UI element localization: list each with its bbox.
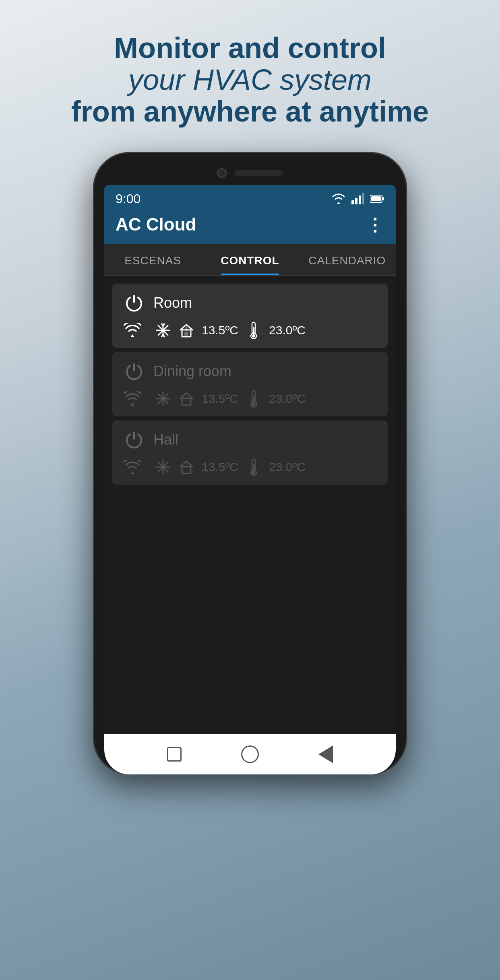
nav-recents-button[interactable] xyxy=(162,742,186,766)
indoor-temp-room: 13.5ºC xyxy=(202,323,238,337)
home-icon-hall xyxy=(178,459,194,475)
svg-point-39 xyxy=(252,471,255,474)
thermometer-icon-room xyxy=(246,322,262,338)
status-bar: 9:00 xyxy=(104,185,396,210)
svg-rect-3 xyxy=(362,193,364,204)
room-card-hall[interactable]: Hall xyxy=(112,420,388,485)
thermometer-icon-hall xyxy=(246,459,262,475)
room-bottom-dining: 13.5ºC 23.0ºC xyxy=(124,390,376,408)
nav-home-button[interactable] xyxy=(238,742,262,766)
front-camera xyxy=(217,168,227,178)
outdoor-temp-room: 23.0ºC xyxy=(269,323,306,337)
room-stats-room: 13.5ºC 23.0ºC xyxy=(155,322,306,338)
room-top-hall: Hall xyxy=(124,429,376,450)
status-time: 9:00 xyxy=(116,191,140,206)
battery-status-icon xyxy=(370,194,384,204)
phone-notch xyxy=(104,163,396,185)
room-name-dining: Dining room xyxy=(153,363,231,380)
menu-button[interactable]: ⋮ xyxy=(366,214,384,235)
svg-rect-1 xyxy=(355,198,357,204)
room-card-dining[interactable]: Dining room xyxy=(112,352,388,416)
power-icon-dining[interactable] xyxy=(124,361,145,382)
room-stats-dining: 13.5ºC 23.0ºC xyxy=(155,391,306,407)
snowflake-icon-room xyxy=(155,322,171,338)
nav-back-icon xyxy=(318,745,333,763)
home-icon-dining xyxy=(178,391,194,407)
signal-status-icon xyxy=(351,193,364,204)
wifi-icon-room xyxy=(124,321,141,339)
phone-nav-bar xyxy=(104,734,396,774)
wifi-status-icon xyxy=(331,193,346,204)
svg-point-30 xyxy=(252,403,255,406)
tab-escenas[interactable]: ESCENAS xyxy=(104,244,201,275)
phone-shell: 9:00 xyxy=(93,152,407,774)
svg-rect-35 xyxy=(182,467,191,474)
indoor-temp-dining: 13.5ºC xyxy=(202,392,238,406)
app-title: AC Cloud xyxy=(116,214,196,235)
room-name-hall: Hall xyxy=(153,431,178,448)
tab-control[interactable]: CONTROL xyxy=(201,244,298,275)
outdoor-temp-dining: 23.0ºC xyxy=(269,392,306,406)
wifi-icon-hall xyxy=(124,458,141,476)
tab-bar: ESCENAS CONTROL CALENDARIO xyxy=(104,244,396,276)
svg-point-21 xyxy=(252,334,255,338)
indoor-temp-hall: 13.5ºC xyxy=(202,460,238,474)
nav-back-button[interactable] xyxy=(314,742,338,766)
app-header: AC Cloud ⋮ xyxy=(104,210,396,244)
nav-recents-icon xyxy=(167,747,182,762)
outdoor-temp-hall: 23.0ºC xyxy=(269,460,306,474)
svg-rect-0 xyxy=(351,200,354,204)
marketing-header: Monitor and control your HVAC system fro… xyxy=(0,0,500,152)
snowflake-icon-dining xyxy=(155,391,171,407)
wifi-icon-dining xyxy=(124,390,141,408)
room-card-room[interactable]: Room xyxy=(112,284,388,348)
phone-screen: 9:00 xyxy=(104,185,396,734)
svg-rect-6 xyxy=(371,196,381,201)
power-icon-room[interactable] xyxy=(124,292,145,313)
tab-calendario[interactable]: CALENDARIO xyxy=(299,244,396,275)
snowflake-icon-hall xyxy=(155,459,171,475)
earpiece-speaker xyxy=(235,170,283,176)
room-top-room: Room xyxy=(124,292,376,313)
room-top-dining: Dining room xyxy=(124,361,376,382)
rooms-list: Room xyxy=(104,276,396,493)
power-icon-hall[interactable] xyxy=(124,429,145,450)
svg-rect-26 xyxy=(182,398,191,405)
status-icons xyxy=(331,193,384,204)
room-bottom-hall: 13.5ºC 23.0ºC xyxy=(124,458,376,476)
room-stats-hall: 13.5ºC 23.0ºC xyxy=(155,459,306,475)
phone-device: 9:00 xyxy=(93,152,407,774)
room-bottom-room: 13.5ºC 23.0ºC xyxy=(124,321,376,339)
svg-rect-16 xyxy=(184,332,188,337)
room-name-room: Room xyxy=(153,294,192,311)
headline-line1: Monitor and control your HVAC system fro… xyxy=(32,32,468,128)
svg-rect-5 xyxy=(382,197,384,200)
empty-area xyxy=(104,493,396,734)
home-icon-room xyxy=(178,322,194,338)
thermometer-icon-dining xyxy=(246,391,262,407)
svg-rect-2 xyxy=(359,196,361,204)
nav-home-icon xyxy=(241,745,259,763)
